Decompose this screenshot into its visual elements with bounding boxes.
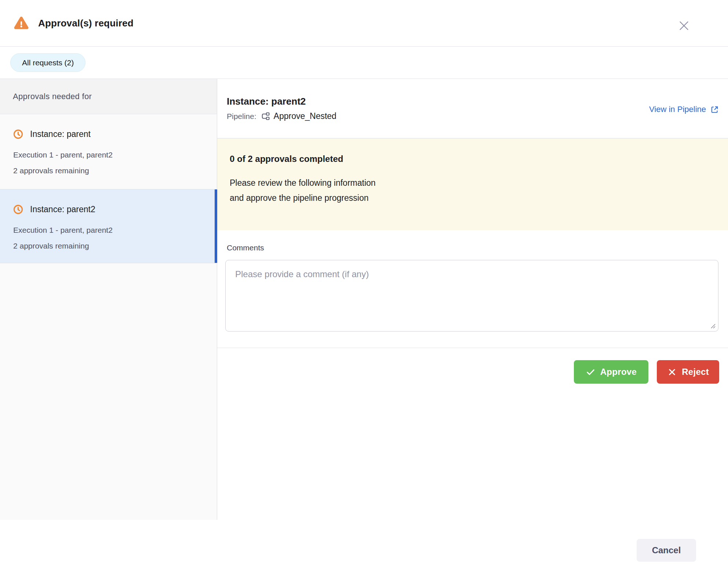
item-title-row: Instance: parent	[13, 129, 206, 140]
action-buttons-row: Approve Reject	[217, 348, 728, 384]
approval-modal: Approval(s) required All requests (2) Ap…	[0, 0, 728, 583]
comments-input[interactable]	[225, 260, 718, 332]
modal-header: Approval(s) required	[0, 0, 728, 47]
sidebar-empty-space	[0, 263, 217, 520]
item-title-row: Instance: parent2	[13, 204, 206, 215]
cross-icon	[667, 367, 677, 377]
external-link-icon	[710, 105, 719, 114]
approval-instructions-line2: and approve the pipeline progression	[230, 191, 713, 206]
checkmark-icon	[586, 367, 596, 377]
item-remaining: 2 approvals remaining	[13, 166, 206, 175]
item-title: Instance: parent2	[30, 204, 95, 214]
detail-header: Instance: parent2 Pipeline: Approve_Nest…	[217, 79, 728, 138]
all-requests-chip[interactable]: All requests (2)	[10, 53, 85, 72]
comments-label: Comments	[227, 243, 718, 252]
approval-list-item-parent2[interactable]: Instance: parent2 Execution 1 - parent, …	[0, 189, 217, 263]
item-execution: Execution 1 - parent, parent2	[13, 226, 206, 235]
item-execution: Execution 1 - parent, parent2	[13, 151, 206, 159]
approvals-completed-count: 0 of 2 approvals completed	[230, 154, 713, 164]
close-button[interactable]	[677, 19, 691, 32]
approval-status-banner: 0 of 2 approvals completed Please review…	[217, 138, 728, 230]
view-in-pipeline-label: View in Pipeline	[649, 105, 706, 114]
comments-section: Comments	[217, 230, 728, 332]
pending-clock-icon	[13, 204, 23, 215]
view-in-pipeline-link[interactable]: View in Pipeline	[649, 105, 719, 114]
close-icon	[677, 19, 691, 32]
comments-field-wrapper	[225, 260, 718, 332]
approve-button-label: Approve	[600, 367, 637, 377]
content-row: Approvals needed for Instance: parent Ex…	[0, 79, 728, 520]
all-requests-label: All requests (2)	[22, 58, 74, 67]
cancel-button[interactable]: Cancel	[637, 539, 696, 562]
requests-filter-bar: All requests (2)	[0, 47, 728, 79]
approval-list-item-parent[interactable]: Instance: parent Execution 1 - parent, p…	[0, 114, 217, 189]
warning-icon	[13, 15, 30, 31]
pipeline-name: Approve_Nested	[274, 111, 336, 121]
reject-button[interactable]: Reject	[657, 360, 719, 384]
approval-detail-panel: Instance: parent2 Pipeline: Approve_Nest…	[217, 79, 728, 520]
modal-footer: Cancel	[0, 520, 728, 583]
reject-button-label: Reject	[682, 367, 709, 377]
pending-clock-icon	[13, 129, 23, 140]
modal-title: Approval(s) required	[38, 18, 134, 29]
sidebar-heading: Approvals needed for	[0, 79, 217, 114]
item-title: Instance: parent	[30, 129, 91, 139]
selected-accent-bar	[215, 189, 217, 263]
approval-instructions-line1: Please review the following information	[230, 175, 713, 191]
approval-instructions: Please review the following information …	[230, 175, 713, 206]
approvals-sidebar: Approvals needed for Instance: parent Ex…	[0, 79, 217, 520]
cancel-button-label: Cancel	[652, 545, 681, 555]
approve-button[interactable]: Approve	[574, 360, 648, 384]
item-remaining: 2 approvals remaining	[13, 242, 206, 250]
pipeline-graph-icon	[261, 111, 270, 121]
pipeline-label: Pipeline:	[227, 112, 256, 121]
